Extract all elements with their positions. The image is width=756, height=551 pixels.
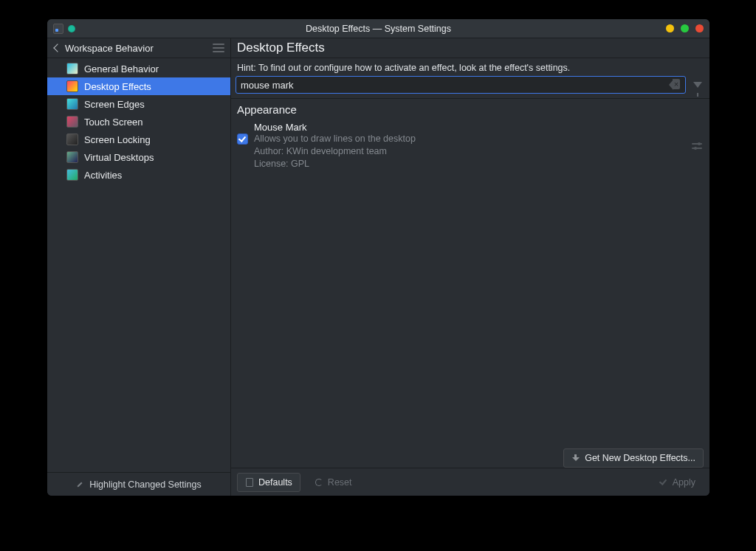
window-title: Desktop Effects — System Settings	[47, 24, 709, 34]
sidebar-item-label: Touch Screen	[84, 117, 143, 128]
funnel-icon	[693, 82, 702, 88]
sidebar-item-label: Virtual Desktops	[84, 152, 154, 163]
reset-button[interactable]: Reset	[306, 473, 360, 492]
sliders-icon	[692, 142, 702, 150]
effect-author: Author: KWin development team	[254, 145, 684, 158]
maximize-button[interactable]	[681, 24, 689, 32]
effect-title: Mouse Mark	[254, 122, 684, 133]
activities-icon	[66, 169, 78, 181]
general-behavior-icon	[66, 63, 78, 74]
apply-button[interactable]: Apply	[651, 473, 704, 492]
menu-icon[interactable]	[213, 44, 224, 52]
titlebar: Desktop Effects — System Settings	[47, 19, 709, 38]
sidebar-item-screen-locking[interactable]: Screen Locking	[47, 131, 230, 148]
sidebar-item-label: Screen Edges	[84, 99, 145, 110]
sidebar-item-label: Activities	[84, 170, 122, 181]
sidebar-header-label: Workspace Behavior	[65, 43, 154, 54]
sidebar: Workspace Behavior General Behavior Desk…	[47, 38, 231, 496]
footer-buttons: Defaults Reset Apply	[231, 468, 709, 496]
configure-effect-button[interactable]	[690, 139, 704, 153]
defaults-label: Defaults	[258, 477, 292, 488]
get-new-effects-button[interactable]: Get New Desktop Effects...	[563, 448, 704, 468]
download-icon	[571, 454, 580, 462]
sidebar-item-label: Screen Locking	[84, 134, 151, 145]
search-box[interactable]	[236, 76, 686, 94]
content-spacer	[231, 175, 709, 444]
apply-label: Apply	[673, 477, 695, 488]
filter-button[interactable]	[690, 77, 705, 93]
page-title: Desktop Effects	[231, 38, 709, 58]
sidebar-item-virtual-desktops[interactable]: Virtual Desktops	[47, 148, 230, 166]
checkmark-icon	[659, 478, 668, 487]
app-icon	[53, 24, 63, 34]
settings-window: Desktop Effects — System Settings Worksp…	[47, 19, 709, 496]
screen-locking-icon	[66, 134, 78, 145]
close-button[interactable]	[695, 24, 704, 32]
sidebar-item-activities[interactable]: Activities	[47, 166, 230, 184]
sidebar-item-desktop-effects[interactable]: Desktop Effects	[47, 77, 230, 95]
section-appearance: Appearance	[231, 99, 709, 117]
effect-checkbox[interactable]	[237, 134, 248, 145]
on-all-desktops-icon[interactable]	[68, 25, 75, 32]
virtual-desktops-icon	[66, 151, 78, 163]
effect-row-mouse-mark[interactable]: Mouse Mark Allows you to draw lines on t…	[231, 117, 709, 175]
highlight-changed-label: Highlight Changed Settings	[89, 479, 202, 490]
main-pane: Desktop Effects Hint: To find out or con…	[231, 38, 709, 496]
hint-text: Hint: To find out or configure how to ac…	[231, 58, 709, 76]
sidebar-item-screen-edges[interactable]: Screen Edges	[47, 95, 230, 113]
desktop-effects-icon	[66, 80, 78, 92]
sidebar-item-label: General Behavior	[84, 63, 159, 74]
reset-label: Reset	[328, 477, 352, 488]
defaults-button[interactable]: Defaults	[237, 473, 300, 492]
undo-icon	[315, 478, 323, 487]
screen-edges-icon	[66, 98, 78, 110]
highlight-changed-button[interactable]: Highlight Changed Settings	[47, 472, 230, 496]
pencil-icon	[76, 480, 85, 489]
search-input[interactable]	[241, 80, 669, 91]
sidebar-item-general-behavior[interactable]: General Behavior	[47, 60, 230, 77]
get-new-label: Get New Desktop Effects...	[585, 453, 695, 463]
back-icon[interactable]	[53, 44, 61, 52]
sidebar-item-label: Desktop Effects	[84, 81, 151, 92]
effect-license: License: GPL	[254, 158, 684, 170]
minimize-button[interactable]	[666, 24, 674, 32]
clear-search-icon[interactable]	[669, 80, 681, 90]
sidebar-list: General Behavior Desktop Effects Screen …	[47, 58, 230, 472]
sidebar-item-touch-screen[interactable]: Touch Screen	[47, 113, 230, 131]
document-icon	[245, 478, 254, 487]
touch-screen-icon	[66, 116, 78, 128]
sidebar-header[interactable]: Workspace Behavior	[47, 38, 230, 58]
effect-description: Allows you to draw lines on the desktop	[254, 133, 684, 145]
